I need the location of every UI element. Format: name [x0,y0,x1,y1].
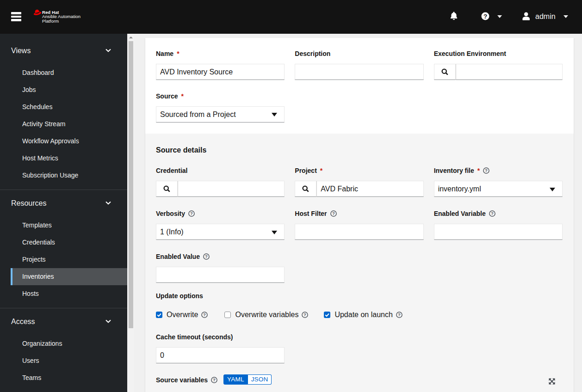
svg-text:?: ? [213,377,216,382]
svg-text:?: ? [205,254,208,259]
svg-text:?: ? [398,312,401,317]
svg-text:?: ? [491,211,494,216]
svg-text:?: ? [190,211,193,216]
svg-text:?: ? [483,13,487,20]
svg-text:?: ? [204,312,206,317]
svg-text:?: ? [332,211,335,216]
svg-text:?: ? [303,312,306,317]
svg-text:?: ? [485,168,488,173]
